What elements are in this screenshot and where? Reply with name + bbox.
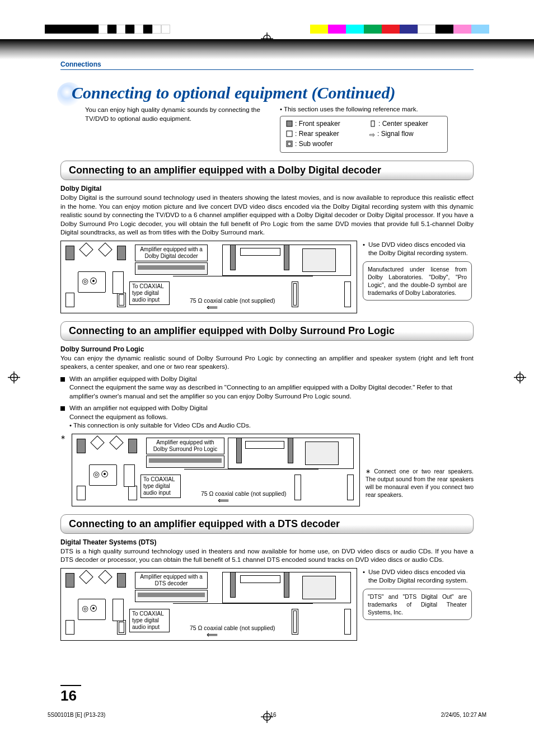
cable-label: 75 Ω coaxial cable (not supplied) [190,297,275,304]
disc-icon [78,599,106,620]
svg-rect-10 [371,121,374,126]
signal-flow-icon: ⇨ [369,131,375,139]
bullet-2-note: • This connection is only suitable for V… [69,421,474,430]
square-bullet-icon [60,377,65,382]
amp-label: Amplifier equipped with Dolby Surround P… [146,438,224,454]
arrow-left-icon: ⟸ [207,630,218,639]
front-speaker-icon [117,573,126,588]
svg-rect-13 [288,142,291,145]
section-2-diagram: Amplifier equipped with Dolby Surround P… [72,434,360,506]
amplifier-icon [135,590,208,602]
rear-speaker-icon [344,281,351,307]
subwoofer-icon [286,140,293,149]
legend-signal-flow: ⇨: Signal flow [369,130,442,139]
cable-line [173,276,313,276]
section-2-subhead: Dolby Surround Pro Logic [60,345,474,353]
intro-right-col: • This section uses the following refere… [280,106,448,153]
section-3-side-bullet: •Use DVD video discs encoded via the Dol… [363,568,472,585]
center-speaker-icon [98,242,112,256]
legend-sub-woofer: : Sub woofer [286,140,354,149]
section-1-side-bullet: •Use DVD video discs encoded via the Dol… [363,241,472,258]
subwoofer-icon [292,281,298,307]
coax-label: To COAXIAL type digital audio input [129,281,170,305]
rear-speaker-icon [128,486,137,500]
legend-rear-speaker: : Rear speaker [286,130,354,139]
section-2-bullet-2: With an amplifier not equipped with Dolb… [60,404,474,430]
rear-speaker-icon [294,475,301,500]
rear-speaker-icon [347,475,354,500]
subwoofer-icon [117,293,126,307]
section-3-diagram: Amplifier equipped with a DTS decoder To… [60,568,357,641]
section-3-license-note: "DTS" and "DTS Digital Out" are trademar… [363,589,472,621]
cable-line [173,603,313,604]
rear-speaker-icon [344,609,351,635]
disc-icon [89,464,117,486]
amplifier-icon [135,262,208,275]
section-1-diagram: Amplifier equipped with a Dolby Digital … [60,241,357,313]
front-speaker-icon [288,438,293,463]
section-2-paragraph: You can enjoy the dynamic realistic soun… [60,354,474,372]
asterisk-marker: ∗ [60,434,66,441]
amplifier-icon [146,456,224,468]
center-speaker-icon [245,441,284,449]
front-speaker-icon [236,438,242,463]
center-speaker-icon [240,248,280,256]
breadcrumb: Connections [60,60,474,70]
page-number: 16 [60,685,81,705]
bullet-2-title: With an amplifier not equipped with Dolb… [69,404,474,413]
center-speaker-icon [90,435,104,449]
front-speaker-icon [65,573,74,588]
section-1-subhead: Dolby Digital [60,185,474,192]
intro-text: You can enjoy high quality dynamic sound… [85,106,270,153]
printer-color-swatches [310,25,489,34]
header-gradient [0,39,534,59]
section-2-bullet-1: With an amplifier equipped with Dolby Di… [60,375,474,401]
front-speaker-icon [77,439,86,453]
reference-mark-note: • This section uses the following refere… [280,106,448,112]
bullet-2-body: Connect the equipment as follows. [69,413,474,422]
bullet-1-body: Connect the equipment the same way as de… [69,383,474,401]
remote-icon [113,599,124,621]
center-speaker-icon [369,120,376,129]
svg-rect-9 [287,121,292,126]
page-title: Connecting to optional equipment (Contin… [60,83,474,102]
rear-speaker-icon [65,620,74,635]
front-speaker-icon [230,245,236,270]
section-3-heading: Connecting to an amplifier equipped with… [60,514,474,534]
registration-mark-bottom [261,711,273,725]
legend-center-speaker: : Center speaker [369,120,442,129]
footer-left: 5S00101B [E] (P13-23) [48,712,105,718]
remote-icon [113,271,124,294]
arrow-left-icon: ⟸ [218,496,229,505]
section-3-paragraph: DTS is a high quality surround technolog… [60,547,474,565]
legend-front-speaker: : Front speaker [286,120,354,129]
square-bullet-icon [60,406,65,411]
center-speaker-icon [98,570,112,584]
center-speaker-icon [79,570,93,584]
coax-label: To COAXIAL type digital audio input [140,475,181,498]
remote-icon [124,464,135,487]
section-1-heading: Connecting to an amplifier equipped with… [60,161,474,180]
amp-label: Amplifier equipped with a DTS decoder [135,572,208,589]
coax-label: To COAXIAL type digital audio input [129,609,170,632]
legend-box: : Front speaker : Center speaker : Rear … [280,116,448,153]
arrow-left-icon: ⟸ [207,303,218,312]
subwoofer-icon [117,620,126,635]
center-speaker-icon [79,242,93,256]
section-1-license-note: Manufactured under license from Dolby La… [363,261,472,301]
section-2-heading: Connecting to an amplifier equipped with… [60,321,474,341]
registration-mark-right [514,371,526,385]
cable-label: 75 Ω coaxial cable (not supplied) [190,624,275,631]
cable-line [184,469,318,469]
rear-speaker-icon [65,293,74,307]
front-speaker-icon [117,246,126,260]
front-speaker-icon [65,246,74,260]
section-1-paragraph: Dolby Digital is the surround sound tech… [60,194,474,237]
front-speaker-icon [286,120,293,129]
center-speaker-icon [240,575,280,583]
front-speaker-icon [284,245,289,270]
subwoofer-icon [292,609,298,635]
front-speaker-icon [284,572,289,598]
footer-right: 2/24/05, 10:27 AM [441,712,486,718]
rear-speaker-icon [77,486,86,500]
